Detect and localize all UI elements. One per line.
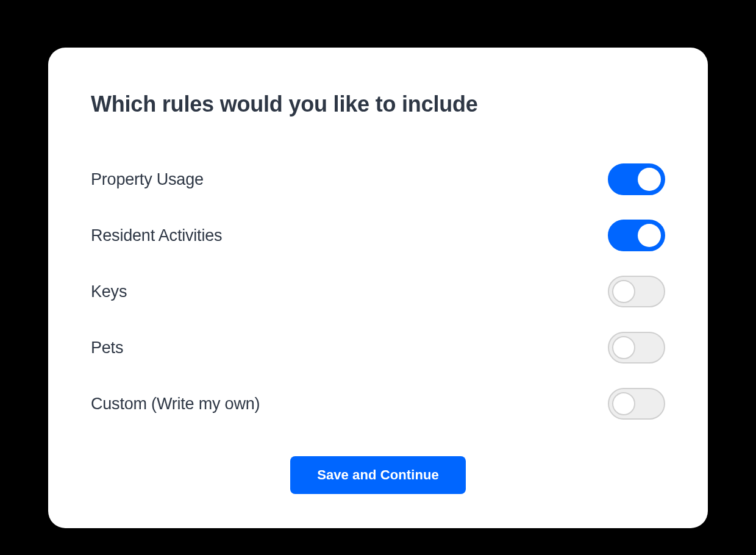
rules-list: Property Usage Resident Activities Keys …	[91, 163, 665, 420]
rule-row-resident-activities: Resident Activities	[91, 220, 665, 251]
rule-label: Property Usage	[91, 170, 204, 189]
page-title: Which rules would you like to include	[91, 91, 665, 117]
toggle-pets[interactable]	[608, 332, 665, 363]
toggle-custom[interactable]	[608, 388, 665, 420]
rule-row-property-usage: Property Usage	[91, 163, 665, 195]
toggle-knob	[638, 224, 661, 247]
toggle-property-usage[interactable]	[608, 163, 665, 195]
toggle-resident-activities[interactable]	[608, 220, 665, 251]
rule-row-custom: Custom (Write my own)	[91, 388, 665, 420]
rule-label: Custom (Write my own)	[91, 395, 260, 414]
toggle-knob	[612, 280, 635, 303]
rule-label: Keys	[91, 282, 127, 301]
rule-label: Pets	[91, 338, 123, 357]
toggle-knob	[638, 168, 661, 191]
save-and-continue-button[interactable]: Save and Continue	[290, 456, 466, 494]
rule-row-keys: Keys	[91, 276, 665, 307]
toggle-knob	[612, 392, 635, 415]
toggle-keys[interactable]	[608, 276, 665, 307]
toggle-knob	[612, 336, 635, 359]
card-footer: Save and Continue	[91, 449, 665, 494]
rule-label: Resident Activities	[91, 226, 222, 245]
rule-row-pets: Pets	[91, 332, 665, 363]
rules-card: Which rules would you like to include Pr…	[48, 48, 708, 528]
